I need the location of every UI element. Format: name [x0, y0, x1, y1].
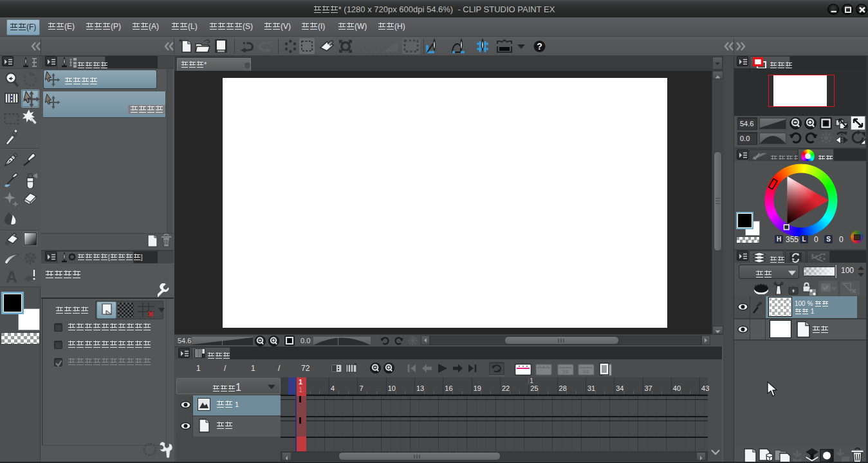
svg-text:2S: 2S — [562, 369, 569, 375]
svg-text:?: ? — [537, 41, 542, 52]
svg-text:6S: 6S — [583, 369, 589, 375]
